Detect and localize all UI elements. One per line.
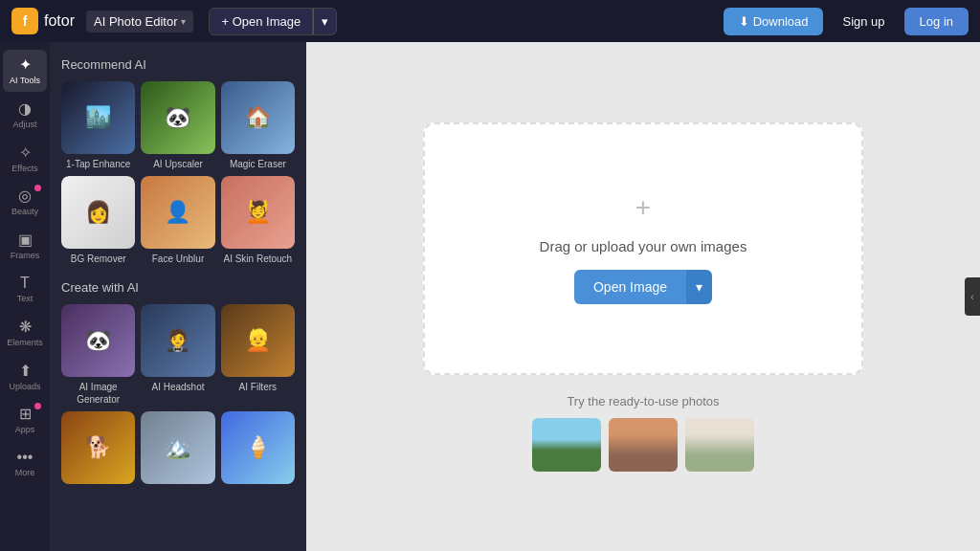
ai-card-visual-enhance: 🏙️ [61,81,135,154]
sidebar-item-more[interactable]: •••More [3,443,47,484]
ai-card-visual-bottom1: 🐕 [61,411,135,484]
apps-icon: ⊞ [19,405,32,423]
ai-card-bottom3[interactable]: 🍦 [221,411,295,488]
beauty-icon: ◎ [18,187,32,205]
ai-card-imagegen[interactable]: 🐼AI Image Generator [61,304,135,406]
open-image-dropdown-button[interactable]: ▾ [313,8,337,35]
canvas-open-image-dropdown[interactable]: ▾ [686,270,712,304]
ai-card-visual-eraser: 🏠 [221,81,295,154]
open-button-group: Open Image ▾ [574,270,712,304]
header: f fotor AI Photo Editor ▾ + Open Image ▾… [0,0,980,42]
ai-editor-label: AI Photo Editor [94,14,177,29]
sidebar-item-adjust[interactable]: ◑Adjust [3,94,47,136]
sample-photo-photo-still[interactable] [685,418,754,472]
open-image-group: + Open Image ▾ [209,8,337,35]
signup-button[interactable]: Sign up [831,8,896,35]
ai-panel: Recommend AI 🏙️1-Tap Enhance🐼AI Upscaler… [50,42,306,551]
uploads-label: Uploads [9,382,40,392]
effects-icon: ✧ [19,143,32,162]
tools-sidebar: ✦AI Tools◑Adjust✧Effects◎Beauty▣FramesTT… [0,42,50,551]
download-button[interactable]: ⬇ Download [724,8,823,35]
main-layout: ✦AI Tools◑Adjust✧Effects◎Beauty▣FramesTT… [0,42,980,551]
ai-card-visual-faceunblur: 👤 [141,176,214,249]
sample-photos [532,418,754,472]
ai-card-filters[interactable]: 👱AI Filters [221,304,295,406]
sidebar-item-uploads[interactable]: ⬆Uploads [3,356,47,398]
beauty-label: Beauty [11,207,38,217]
logo: f fotor [11,8,75,34]
apps-label: Apps [15,425,35,435]
ai-card-label-bgremove: BG Remover [61,253,135,265]
uploads-icon: ⬆ [19,362,32,380]
more-icon: ••• [17,449,33,466]
ai-tools-icon: ✦ [19,55,32,74]
sidebar-item-beauty[interactable]: ◎Beauty [3,181,47,223]
ai-card-enhance[interactable]: 🏙️1-Tap Enhance [61,81,135,170]
elements-label: Elements [7,338,43,348]
sample-section: Try the ready-to-use photos [532,394,754,472]
recommend-grid: 🏙️1-Tap Enhance🐼AI Upscaler🏠Magic Eraser… [61,81,295,265]
ai-card-label-headshot: AI Headshot [141,381,214,393]
badge-dot [34,403,41,409]
create-grid: 🐼AI Image Generator🤵AI Headshot👱AI Filte… [61,304,295,488]
ai-card-visual-bottom3: 🍦 [221,411,295,484]
effects-label: Effects [11,164,37,174]
sidebar-item-elements[interactable]: ❋Elements [3,312,47,354]
ai-card-label-eraser: Magic Eraser [221,158,295,170]
frames-label: Frames [11,251,40,261]
canvas-area: ‹ + Drag or upload your own images Open … [306,42,980,551]
sidebar-item-frames[interactable]: ▣Frames [3,225,47,267]
ai-card-visual-bottom2: 🏔️ [141,411,214,484]
plus-icon: + [635,192,651,223]
ai-editor-button[interactable]: AI Photo Editor ▾ [86,11,193,33]
elements-icon: ❋ [19,318,32,336]
sidebar-item-text[interactable]: TText [3,269,47,310]
ai-card-visual-skinretouch: 💆 [221,176,295,249]
canvas-open-image-button[interactable]: Open Image [574,270,686,304]
adjust-label: Adjust [12,120,36,130]
collapse-panel-button[interactable]: ‹ [965,277,980,316]
sidebar-item-effects[interactable]: ✧Effects [3,138,47,180]
ai-card-visual-imagegen: 🐼 [61,304,135,377]
upload-zone[interactable]: + Drag or upload your own images Open Im… [423,122,863,375]
badge-dot [34,185,41,191]
frames-icon: ▣ [18,231,33,249]
ai-card-bottom2[interactable]: 🏔️ [141,411,214,488]
ai-card-upscaler[interactable]: 🐼AI Upscaler [141,81,214,170]
upload-text: Drag or upload your own images [540,238,747,254]
create-section-title: Create with AI [61,280,295,295]
ai-card-label-skinretouch: AI Skin Retouch [221,253,295,265]
adjust-icon: ◑ [18,99,32,118]
ai-card-label-enhance: 1-Tap Enhance [61,158,135,170]
logo-text: fotor [44,12,75,30]
ai-card-visual-bgremove: 👩 [61,176,135,249]
sidebar-item-ai-tools[interactable]: ✦AI Tools [3,50,47,92]
text-icon: T [20,275,30,292]
chevron-down-icon: ▾ [181,16,186,27]
ai-card-visual-filters: 👱 [221,304,295,377]
ai-card-eraser[interactable]: 🏠Magic Eraser [221,81,295,170]
sample-title: Try the ready-to-use photos [532,394,754,408]
ai-tools-label: AI Tools [10,76,40,86]
recommend-section-title: Recommend AI [61,57,295,72]
ai-card-label-imagegen: AI Image Generator [61,381,135,406]
more-label: More [15,468,35,478]
sample-photo-photo-portrait[interactable] [609,418,678,472]
ai-card-faceunblur[interactable]: 👤Face Unblur [141,176,214,265]
sample-photo-photo-landscape[interactable] [532,418,601,472]
ai-card-label-upscaler: AI Upscaler [141,158,214,170]
logo-icon: f [11,8,38,34]
open-image-button[interactable]: + Open Image [209,8,313,35]
sidebar-item-apps[interactable]: ⊞Apps [3,399,47,441]
ai-card-bgremove[interactable]: 👩BG Remover [61,176,135,265]
ai-card-bottom1[interactable]: 🐕 [61,411,135,488]
text-label: Text [17,294,33,304]
ai-card-visual-upscaler: 🐼 [141,81,214,154]
ai-card-skinretouch[interactable]: 💆AI Skin Retouch [221,176,295,265]
login-button[interactable]: Log in [904,8,969,35]
ai-card-headshot[interactable]: 🤵AI Headshot [141,304,214,406]
ai-card-label-filters: AI Filters [221,381,295,393]
ai-card-label-faceunblur: Face Unblur [141,253,214,265]
ai-card-visual-headshot: 🤵 [141,304,214,377]
